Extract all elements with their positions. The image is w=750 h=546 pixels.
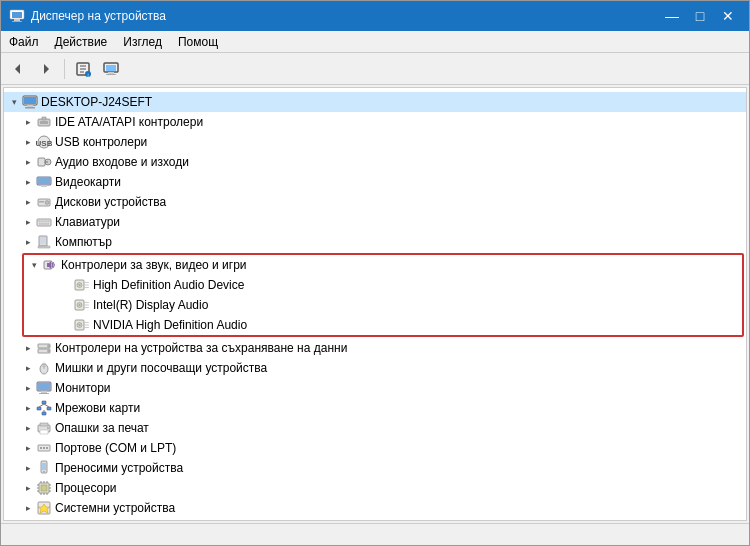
hd-audio-label: High Definition Audio Device (93, 278, 244, 292)
monitors-label: Монитори (55, 381, 111, 395)
list-item[interactable]: Аудио входове и изходи (4, 152, 746, 172)
expander[interactable] (20, 440, 36, 456)
tree-root[interactable]: DESKTOP-J24SEFT (4, 92, 746, 112)
keyboard-label: Клавиатури (55, 215, 120, 229)
menu-file[interactable]: Файл (1, 31, 47, 52)
expander[interactable] (20, 154, 36, 170)
list-item[interactable]: Монитори (4, 378, 746, 398)
list-item[interactable]: Опашки за печат (4, 418, 746, 438)
tree-container: DESKTOP-J24SEFT IDE ATA/ATAPI контролери (4, 88, 746, 521)
portable-label: Преносими устройства (55, 461, 183, 475)
computer-icon (22, 94, 38, 110)
expander[interactable] (20, 520, 36, 521)
expander[interactable] (20, 380, 36, 396)
menu-bar: Файл Действие Изглед Помощ (1, 31, 749, 53)
svg-line-78 (39, 404, 44, 407)
expander[interactable] (20, 134, 36, 150)
keyboard-icon (36, 214, 52, 230)
list-item[interactable]: Контролери за звук, видео и игри (24, 255, 742, 275)
printers-label: Опашки за печат (55, 421, 149, 435)
sound-expander[interactable] (26, 257, 42, 273)
svg-point-66 (48, 350, 50, 352)
list-item[interactable]: Контролери на устройства за съхраняване … (4, 338, 746, 358)
minimize-button[interactable]: — (659, 3, 685, 29)
system-icon (36, 500, 52, 516)
expander (58, 317, 74, 333)
list-item[interactable]: Компютър (4, 232, 746, 252)
menu-view[interactable]: Изглед (115, 31, 170, 52)
list-item[interactable]: Преносими устройства (4, 458, 746, 478)
expander[interactable] (20, 400, 36, 416)
expander[interactable] (20, 460, 36, 476)
list-item[interactable]: Мишки и други посочващи устройства (4, 358, 746, 378)
monitor-button[interactable] (98, 56, 124, 82)
svg-point-84 (47, 427, 49, 429)
list-item[interactable]: Мрежови карти (4, 398, 746, 418)
expander[interactable] (20, 174, 36, 190)
intel-audio-icon (74, 297, 90, 313)
maximize-button[interactable]: □ (687, 3, 713, 29)
expander[interactable] (20, 114, 36, 130)
expander[interactable] (20, 214, 36, 230)
list-item[interactable]: Портове (COM и LPT) (4, 438, 746, 458)
expander[interactable] (20, 420, 36, 436)
svg-rect-49 (84, 285, 89, 286)
list-item[interactable]: USB USB контролери (4, 132, 746, 152)
expander[interactable] (20, 194, 36, 210)
list-item[interactable]: Софтуерни устройства (4, 518, 746, 521)
list-item[interactable]: NVIDIA High Definition Audio (24, 315, 742, 335)
svg-marker-4 (15, 64, 20, 74)
expander (58, 277, 74, 293)
list-item[interactable]: IDE ATA/ATAPI контролери (4, 112, 746, 132)
svg-rect-17 (24, 97, 36, 104)
expander (58, 297, 74, 313)
list-item[interactable]: High Definition Audio Device (24, 275, 742, 295)
list-item[interactable]: Процесори (4, 478, 746, 498)
list-item[interactable]: Дискови устройства (4, 192, 746, 212)
svg-rect-82 (40, 423, 48, 426)
device-tree[interactable]: DESKTOP-J24SEFT IDE ATA/ATAPI контролери (3, 87, 747, 521)
title-bar: Диспечер на устройства — □ ✕ (1, 1, 749, 31)
svg-rect-76 (47, 407, 51, 410)
svg-rect-33 (39, 201, 44, 203)
expander[interactable] (20, 360, 36, 376)
svg-point-32 (45, 201, 49, 205)
svg-text:USB: USB (36, 139, 52, 148)
menu-action[interactable]: Действие (47, 31, 116, 52)
expander[interactable] (20, 500, 36, 516)
forward-button[interactable] (33, 56, 59, 82)
audio-io-label: Аудио входове и изходи (55, 155, 189, 169)
cpu-icon (36, 480, 52, 496)
menu-help[interactable]: Помощ (170, 31, 226, 52)
list-item[interactable]: Intel(R) Display Audio (24, 295, 742, 315)
display-label: Видеокарти (55, 175, 121, 189)
svg-rect-48 (84, 282, 89, 283)
list-item[interactable]: Системни устройства (4, 498, 746, 518)
expander[interactable] (20, 480, 36, 496)
properties-button[interactable]: i (70, 56, 96, 82)
list-item[interactable]: Клавиатури (4, 212, 746, 232)
svg-rect-71 (38, 383, 50, 390)
ide-label: IDE ATA/ATAPI контролери (55, 115, 203, 129)
storage-ctrl-label: Контролери на устройства за съхраняване … (55, 341, 347, 355)
svg-rect-34 (37, 219, 51, 226)
svg-rect-3 (12, 21, 22, 22)
cpu-label: Процесори (55, 481, 117, 495)
mouse-icon (36, 360, 52, 376)
close-button[interactable]: ✕ (715, 3, 741, 29)
svg-rect-37 (45, 221, 47, 223)
usb-icon: USB (36, 134, 52, 150)
root-expander[interactable] (6, 94, 22, 110)
usb-label: USB контролери (55, 135, 147, 149)
status-bar (1, 523, 749, 545)
svg-rect-35 (39, 221, 41, 223)
svg-rect-25 (38, 158, 45, 166)
expander[interactable] (20, 340, 36, 356)
main-window: Диспечер на устройства — □ ✕ Файл Действ… (0, 0, 750, 546)
list-item[interactable]: Видеокарти (4, 172, 746, 192)
svg-rect-38 (48, 221, 50, 223)
svg-rect-83 (40, 430, 48, 434)
svg-rect-39 (39, 223, 49, 225)
back-button[interactable] (5, 56, 31, 82)
expander[interactable] (20, 234, 36, 250)
